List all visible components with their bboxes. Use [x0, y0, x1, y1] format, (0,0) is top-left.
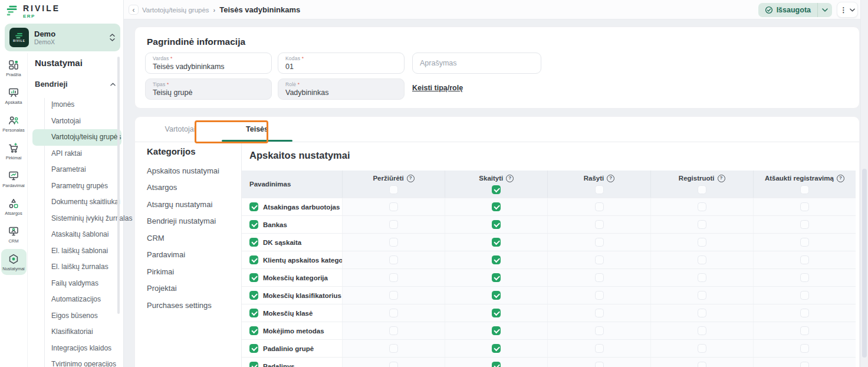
checkbox-unchecked[interactable]: [800, 344, 809, 353]
checkbox-unchecked[interactable]: [800, 220, 809, 229]
workspace-selector[interactable]: RIVILE Demo DemoX: [5, 24, 120, 51]
nav-rail-item-personalas[interactable]: Personalas: [1, 110, 27, 137]
category-item[interactable]: Pirkimai: [147, 263, 240, 280]
checkbox-checked[interactable]: [492, 309, 501, 317]
checkbox-unchecked[interactable]: [800, 326, 809, 335]
nav-rail-item-pradzia[interactable]: Pradžia: [1, 54, 27, 82]
aprasymas-field[interactable]: Aprašymas: [412, 53, 541, 74]
checkbox-unchecked[interactable]: [389, 273, 398, 282]
checkbox-unchecked[interactable]: [595, 220, 604, 229]
sidebar-item[interactable]: Automatizacijos: [28, 291, 124, 308]
sidebar-item[interactable]: Integracijos klaidos: [28, 340, 124, 357]
checkbox-unchecked[interactable]: [389, 326, 398, 335]
checkbox-checked[interactable]: [492, 273, 501, 282]
category-item[interactable]: Pardavimai: [147, 247, 240, 264]
nav-rail-item-atsargos[interactable]: Atsargos: [1, 193, 27, 221]
category-item[interactable]: Apskaitos nustatymai: [147, 162, 240, 179]
checkbox-checked[interactable]: [492, 255, 501, 264]
nav-rail-item-pirkimai[interactable]: Pirkimai: [1, 137, 27, 165]
checkbox-unchecked[interactable]: [595, 344, 604, 353]
checkbox-unchecked[interactable]: [800, 238, 809, 247]
sidebar-group-bendrieji[interactable]: Bendrieji: [35, 80, 116, 89]
checkbox-checked[interactable]: [249, 202, 258, 211]
checkbox-checked[interactable]: [249, 238, 258, 247]
category-item[interactable]: Atsargų nustatymai: [147, 196, 240, 213]
checkbox-unchecked[interactable]: [698, 309, 706, 317]
sidebar-item[interactable]: API raktai: [28, 146, 124, 162]
checkbox-checked[interactable]: [249, 344, 258, 353]
checkbox-unchecked[interactable]: [389, 202, 398, 211]
sidebar-item[interactable]: Vartotojai: [28, 113, 124, 130]
saved-dropdown-button[interactable]: [818, 3, 832, 17]
category-item[interactable]: Atsargos: [147, 179, 240, 196]
checkbox-unchecked[interactable]: [698, 326, 706, 335]
checkbox-checked[interactable]: [492, 326, 501, 335]
checkbox-unchecked[interactable]: [800, 362, 809, 367]
checkbox-checked[interactable]: [492, 202, 501, 211]
page-scrollbar-track[interactable]: [860, 0, 868, 367]
checkbox-unchecked[interactable]: [595, 273, 604, 282]
checkbox-unchecked[interactable]: [698, 202, 706, 211]
checkbox-checked[interactable]: [249, 309, 258, 317]
checkbox-checked[interactable]: [492, 362, 501, 367]
sidebar-item[interactable]: Eigos būsenos: [28, 308, 124, 325]
checkbox-checked[interactable]: [492, 291, 501, 300]
checkbox-unchecked[interactable]: [389, 238, 398, 247]
more-actions-button[interactable]: ⋮: [837, 2, 858, 18]
back-button[interactable]: ‹: [129, 5, 139, 15]
help-icon[interactable]: ?: [607, 175, 614, 182]
page-scrollbar-thumb[interactable]: [862, 169, 867, 358]
checkbox-checked[interactable]: [249, 220, 258, 229]
category-item[interactable]: Purchases settings: [147, 297, 240, 314]
sidebar-item[interactable]: Sisteminių įvykių žurnalas: [28, 211, 124, 227]
checkbox-unchecked[interactable]: [698, 185, 706, 194]
checkbox-unchecked[interactable]: [595, 185, 604, 194]
checkbox-checked[interactable]: [249, 362, 258, 367]
checkbox-unchecked[interactable]: [389, 309, 398, 317]
checkbox-checked[interactable]: [492, 185, 501, 194]
sidebar-item[interactable]: Ataskaitų šablonai: [28, 227, 124, 243]
checkbox-unchecked[interactable]: [800, 309, 809, 317]
checkbox-unchecked[interactable]: [595, 362, 604, 367]
sidebar-item[interactable]: Parametrai: [28, 162, 124, 178]
checkbox-unchecked[interactable]: [595, 255, 604, 264]
checkbox-unchecked[interactable]: [389, 291, 398, 300]
sidebar-item[interactable]: El. laiškų žurnalas: [28, 259, 124, 276]
checkbox-checked[interactable]: [249, 273, 258, 282]
checkbox-unchecked[interactable]: [595, 291, 604, 300]
sidebar-item[interactable]: Failų valdymas: [28, 276, 124, 292]
checkbox-unchecked[interactable]: [800, 291, 809, 300]
checkbox-unchecked[interactable]: [698, 220, 706, 229]
nav-rail-item-crm[interactable]: CRM: [1, 221, 27, 248]
nav-rail-item-apskaita[interactable]: Apskaita: [1, 82, 27, 110]
saved-button[interactable]: Išsaugota: [758, 3, 817, 17]
checkbox-unchecked[interactable]: [800, 185, 809, 194]
category-item[interactable]: CRM: [147, 230, 240, 247]
sidebar-item[interactable]: Vartotojų/teisių grupės: [32, 129, 121, 146]
checkbox-unchecked[interactable]: [698, 273, 706, 282]
nav-rail-item-nustatymai[interactable]: Nustatymai: [1, 249, 27, 275]
checkbox-unchecked[interactable]: [595, 326, 604, 335]
change-type-role-link[interactable]: Keisti tipą/rolę: [412, 84, 463, 92]
checkbox-unchecked[interactable]: [595, 309, 604, 317]
sidebar-scrollbar[interactable]: [117, 57, 120, 314]
sidebar-item[interactable]: El. laiškų šablonai: [28, 243, 124, 260]
checkbox-checked[interactable]: [492, 344, 501, 353]
sidebar-item[interactable]: Įmonės: [28, 97, 124, 113]
help-icon[interactable]: ?: [407, 175, 415, 182]
tab-1[interactable]: Teisės: [221, 117, 294, 142]
help-icon[interactable]: ?: [718, 175, 725, 182]
checkbox-unchecked[interactable]: [389, 185, 398, 194]
category-item[interactable]: Bendrieji nustatymai: [147, 213, 240, 230]
checkbox-checked[interactable]: [492, 220, 501, 229]
tab-0[interactable]: Vartotojai: [147, 117, 213, 142]
checkbox-unchecked[interactable]: [698, 238, 706, 247]
checkbox-unchecked[interactable]: [698, 255, 706, 264]
vardas-field[interactable]: Vardas * Teisės vadybininkams: [145, 53, 272, 74]
checkbox-checked[interactable]: [249, 291, 258, 300]
checkbox-unchecked[interactable]: [389, 255, 398, 264]
nav-rail-item-pardavimai[interactable]: Pardavimai: [1, 165, 27, 193]
checkbox-checked[interactable]: [249, 326, 258, 335]
sidebar-item[interactable]: Klasifikatoriai: [28, 324, 124, 340]
checkbox-checked[interactable]: [249, 255, 258, 264]
